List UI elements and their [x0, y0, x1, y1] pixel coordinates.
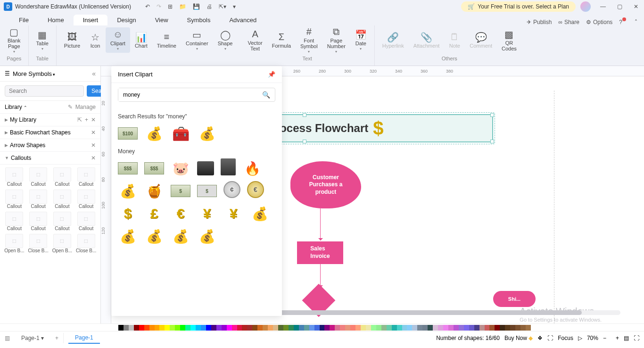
callout-shape-thumb[interactable]: ⬚Callout: [3, 211, 26, 232]
color-swatch[interactable]: [124, 325, 129, 331]
color-swatch[interactable]: [273, 325, 278, 331]
color-swatch[interactable]: [263, 325, 268, 331]
color-swatch[interactable]: [412, 325, 417, 331]
color-swatch[interactable]: [355, 325, 361, 331]
blank-page-button[interactable]: ▢Blank Page▾: [3, 25, 25, 56]
callout-shape-thumb[interactable]: ⬚Callout: [74, 189, 98, 210]
color-swatch[interactable]: [422, 325, 428, 331]
clipart-button[interactable]: ☺Clipart▾: [106, 27, 130, 53]
sales-invoice-shape[interactable]: Sales Invoice: [297, 241, 343, 264]
color-swatch[interactable]: [289, 325, 294, 331]
my-library-item[interactable]: My Library: [10, 116, 77, 123]
clipart-sack[interactable]: 💰: [118, 181, 138, 201]
color-swatch[interactable]: [175, 325, 180, 331]
color-swatch[interactable]: [495, 325, 500, 331]
color-swatch[interactable]: [113, 325, 118, 331]
tab-insert[interactable]: Insert: [74, 15, 108, 25]
color-swatch[interactable]: [247, 325, 252, 331]
tab-advanced[interactable]: Advanced: [220, 15, 266, 25]
table-button[interactable]: ▦Table▾: [32, 27, 53, 53]
manage-button[interactable]: ✎ Manage: [68, 104, 96, 110]
color-swatch[interactable]: [278, 325, 283, 331]
callouts-item[interactable]: Callouts: [11, 155, 91, 161]
color-swatch[interactable]: [392, 325, 397, 331]
clipart-bill[interactable]: $: [171, 185, 190, 197]
page-selector[interactable]: Page-1 ▾: [15, 333, 50, 343]
close-icon[interactable]: ✕: [91, 142, 96, 149]
fit-page-icon[interactable]: ▤: [624, 335, 629, 341]
color-swatch[interactable]: [294, 325, 299, 331]
color-swatch[interactable]: [402, 325, 407, 331]
clipart-silver-coin[interactable]: ¢: [223, 181, 240, 198]
add-icon[interactable]: +: [85, 116, 88, 123]
color-swatch[interactable]: [433, 325, 438, 331]
tab-view[interactable]: View: [146, 15, 178, 25]
color-swatch[interactable]: [144, 325, 149, 331]
clipart-pound-sign[interactable]: £: [144, 204, 164, 224]
zoom-level[interactable]: 70%: [587, 335, 598, 341]
color-swatch[interactable]: [510, 325, 515, 331]
connector-arrow[interactable]: [320, 264, 321, 288]
date-button[interactable]: 📅Date▾: [350, 27, 372, 53]
color-swatch[interactable]: [526, 325, 531, 331]
color-swatch[interactable]: [180, 325, 185, 331]
trial-banner[interactable]: 🛒 Your Free Trial is over. Select a Plan: [461, 1, 576, 12]
open-icon[interactable]: 📁: [179, 3, 186, 10]
color-swatch[interactable]: [448, 325, 454, 331]
more-symbols-button[interactable]: More Symbols▾: [13, 70, 55, 77]
color-swatch[interactable]: [464, 325, 469, 331]
color-swatch[interactable]: [407, 325, 412, 331]
buy-now-button[interactable]: Buy Now ◆: [504, 335, 533, 341]
clipart-bills1[interactable]: $$$: [118, 162, 138, 174]
clipart-gold-coin[interactable]: €: [247, 181, 264, 198]
clipart-euro-sign[interactable]: €: [171, 204, 190, 224]
color-swatch[interactable]: [361, 325, 366, 331]
maximize-button[interactable]: ▢: [615, 2, 624, 11]
color-swatch[interactable]: [520, 325, 526, 331]
color-swatch[interactable]: [340, 325, 345, 331]
callout-shape-thumb[interactable]: ⬚Callout: [51, 189, 74, 210]
focus-frame-icon[interactable]: ⛶: [547, 335, 553, 341]
color-swatch[interactable]: [165, 325, 170, 331]
clipart-wallet[interactable]: [197, 161, 214, 175]
color-swatch[interactable]: [417, 325, 422, 331]
focus-label[interactable]: Focus: [558, 335, 573, 341]
color-swatch[interactable]: [159, 325, 165, 331]
collapse-ribbon-icon[interactable]: ˄: [635, 19, 637, 25]
color-swatch[interactable]: [350, 325, 355, 331]
color-swatch[interactable]: [454, 325, 459, 331]
timeline-button[interactable]: ≡Timeline: [152, 30, 181, 50]
clipart-treasure[interactable]: 🧰: [171, 124, 190, 143]
clipart-search-input[interactable]: [118, 88, 257, 101]
callout-shape-thumb[interactable]: ⬚Callout: [51, 166, 74, 188]
color-swatch[interactable]: [242, 325, 247, 331]
color-swatch[interactable]: [330, 325, 335, 331]
redo-icon[interactable]: ↷: [157, 3, 161, 10]
page-tab-1[interactable]: Page-1: [68, 332, 100, 344]
publish-button[interactable]: ✈Publish: [527, 19, 552, 25]
ship-shape[interactable]: Shi...: [493, 291, 536, 307]
color-swatch[interactable]: [170, 325, 175, 331]
color-swatch[interactable]: [505, 325, 510, 331]
clipart-moneybag[interactable]: 💰: [144, 124, 164, 143]
font-symbol-button[interactable]: #Font Symbol▾: [296, 25, 322, 56]
tab-symbols[interactable]: Symbols: [178, 15, 220, 25]
icon-button[interactable]: ☆Icon: [85, 30, 106, 50]
close-icon[interactable]: ✕: [91, 129, 96, 136]
hyperlink-button[interactable]: 🔗Hyperlink: [378, 30, 409, 50]
tab-home[interactable]: Home: [38, 15, 74, 25]
color-swatch[interactable]: [129, 325, 134, 331]
layers-icon[interactable]: ❖: [537, 335, 543, 341]
color-swatch[interactable]: [381, 325, 387, 331]
color-swatch[interactable]: [304, 325, 309, 331]
callout-shape-thumb[interactable]: ⬚Open B...: [51, 233, 74, 254]
clipart-bag-yen2[interactable]: 💰: [197, 226, 217, 246]
share-button[interactable]: ∞Share: [558, 19, 579, 25]
callout-shape-thumb[interactable]: ⬚Callout: [74, 211, 98, 232]
clipart-moneybag-orange[interactable]: 💰: [197, 124, 217, 143]
color-swatch[interactable]: [268, 325, 273, 331]
clipart-dollar-sign[interactable]: $: [118, 204, 138, 224]
options-button[interactable]: ⚙Options: [586, 19, 612, 25]
callout-shape-thumb[interactable]: ⬚Callout: [3, 189, 26, 210]
color-swatch[interactable]: [149, 325, 155, 331]
